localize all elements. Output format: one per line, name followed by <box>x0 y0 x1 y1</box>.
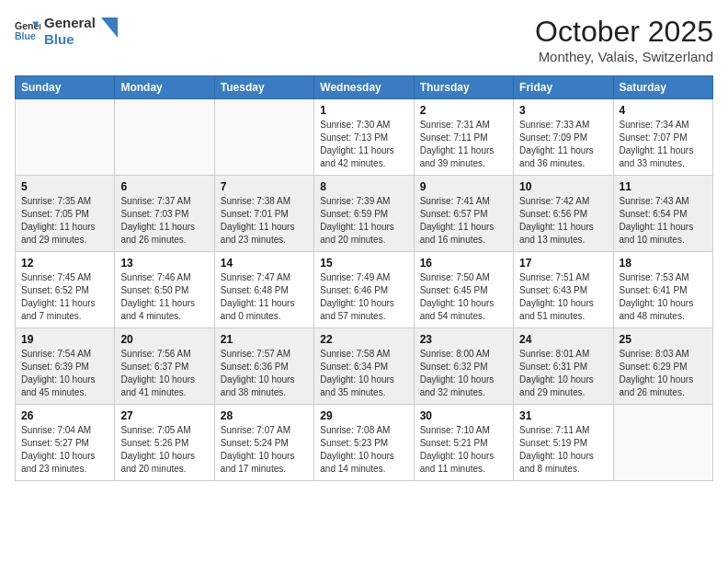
day-number: 12 <box>21 257 108 270</box>
day-info: Sunrise: 7:50 AM Sunset: 6:45 PM Dayligh… <box>420 271 507 323</box>
week-row-3: 12Sunrise: 7:45 AM Sunset: 6:52 PM Dayli… <box>16 252 713 328</box>
calendar-cell: 19Sunrise: 7:54 AM Sunset: 6:39 PM Dayli… <box>16 328 115 405</box>
calendar-cell: 10Sunrise: 7:42 AM Sunset: 6:56 PM Dayli… <box>514 176 613 252</box>
calendar-cell: 31Sunrise: 7:11 AM Sunset: 5:19 PM Dayli… <box>514 405 613 481</box>
day-info: Sunrise: 7:11 AM Sunset: 5:19 PM Dayligh… <box>519 424 607 476</box>
calendar-cell: 23Sunrise: 8:00 AM Sunset: 6:32 PM Dayli… <box>414 328 513 405</box>
day-info: Sunrise: 7:58 AM Sunset: 6:34 PM Dayligh… <box>320 348 407 399</box>
calendar-cell: 28Sunrise: 7:07 AM Sunset: 5:24 PM Dayli… <box>214 405 313 481</box>
calendar-cell: 29Sunrise: 7:08 AM Sunset: 5:23 PM Dayli… <box>314 405 414 481</box>
day-number: 7 <box>221 180 308 193</box>
svg-marker-3 <box>101 17 118 38</box>
day-number: 9 <box>420 180 507 193</box>
day-number: 6 <box>120 180 208 193</box>
logo-chevron <box>101 17 118 38</box>
day-number: 27 <box>120 409 208 422</box>
calendar-cell: 15Sunrise: 7:49 AM Sunset: 6:46 PM Dayli… <box>314 252 414 328</box>
weekday-header-monday: Monday <box>115 76 214 99</box>
week-row-4: 19Sunrise: 7:54 AM Sunset: 6:39 PM Dayli… <box>16 328 713 405</box>
location-title: Monthey, Valais, Switzerland <box>535 49 713 64</box>
day-info: Sunrise: 7:39 AM Sunset: 6:59 PM Dayligh… <box>320 195 407 247</box>
day-info: Sunrise: 7:37 AM Sunset: 7:03 PM Dayligh… <box>120 195 208 247</box>
day-info: Sunrise: 7:42 AM Sunset: 6:56 PM Dayligh… <box>519 195 607 247</box>
calendar-cell: 21Sunrise: 7:57 AM Sunset: 6:36 PM Dayli… <box>214 328 313 405</box>
day-info: Sunrise: 8:00 AM Sunset: 6:32 PM Dayligh… <box>420 348 507 399</box>
day-number: 2 <box>420 104 507 117</box>
day-number: 13 <box>120 257 208 270</box>
day-number: 21 <box>221 333 308 346</box>
day-number: 17 <box>519 257 607 270</box>
weekday-header-wednesday: Wednesday <box>314 76 414 99</box>
calendar-cell <box>613 405 712 481</box>
day-number: 16 <box>420 257 507 270</box>
day-info: Sunrise: 7:35 AM Sunset: 7:05 PM Dayligh… <box>21 195 108 247</box>
weekday-header-saturday: Saturday <box>613 76 712 99</box>
day-info: Sunrise: 7:49 AM Sunset: 6:46 PM Dayligh… <box>320 271 407 323</box>
day-number: 23 <box>420 333 507 346</box>
day-number: 24 <box>519 333 607 346</box>
calendar-cell <box>115 99 214 176</box>
day-number: 18 <box>620 257 707 270</box>
calendar-cell: 1Sunrise: 7:30 AM Sunset: 7:13 PM Daylig… <box>314 99 414 176</box>
day-info: Sunrise: 7:30 AM Sunset: 7:13 PM Dayligh… <box>320 119 407 170</box>
calendar-cell: 16Sunrise: 7:50 AM Sunset: 6:45 PM Dayli… <box>414 252 513 328</box>
weekday-header-sunday: Sunday <box>16 76 115 99</box>
logo-icon: General Blue <box>15 18 40 44</box>
calendar-cell: 20Sunrise: 7:56 AM Sunset: 6:37 PM Dayli… <box>115 328 214 405</box>
weekday-header-thursday: Thursday <box>414 76 513 99</box>
logo-general: General <box>44 15 96 31</box>
day-info: Sunrise: 7:41 AM Sunset: 6:57 PM Dayligh… <box>420 195 507 247</box>
calendar-table: SundayMondayTuesdayWednesdayThursdayFrid… <box>15 75 713 481</box>
month-title: October 2025 <box>535 15 713 49</box>
calendar-cell <box>214 99 313 176</box>
week-row-2: 5Sunrise: 7:35 AM Sunset: 7:05 PM Daylig… <box>16 176 713 252</box>
day-number: 11 <box>620 180 707 193</box>
logo-blue: Blue <box>44 31 96 48</box>
calendar-cell: 13Sunrise: 7:46 AM Sunset: 6:50 PM Dayli… <box>115 252 214 328</box>
day-number: 4 <box>620 104 707 117</box>
day-info: Sunrise: 7:43 AM Sunset: 6:54 PM Dayligh… <box>620 195 707 247</box>
day-info: Sunrise: 7:45 AM Sunset: 6:52 PM Dayligh… <box>21 271 108 323</box>
calendar-cell: 9Sunrise: 7:41 AM Sunset: 6:57 PM Daylig… <box>414 176 513 252</box>
calendar-cell: 2Sunrise: 7:31 AM Sunset: 7:11 PM Daylig… <box>414 99 513 176</box>
calendar-cell: 26Sunrise: 7:04 AM Sunset: 5:27 PM Dayli… <box>16 405 115 481</box>
weekday-header-tuesday: Tuesday <box>214 76 313 99</box>
day-info: Sunrise: 8:01 AM Sunset: 6:31 PM Dayligh… <box>519 348 607 399</box>
day-number: 3 <box>519 104 607 117</box>
logo: General Blue General Blue <box>15 15 118 48</box>
day-number: 14 <box>221 257 308 270</box>
page-header: General Blue General Blue October 2025 M… <box>15 15 713 64</box>
day-info: Sunrise: 7:04 AM Sunset: 5:27 PM Dayligh… <box>21 424 108 476</box>
calendar-cell: 25Sunrise: 8:03 AM Sunset: 6:29 PM Dayli… <box>613 328 712 405</box>
weekday-header-friday: Friday <box>514 76 613 99</box>
day-number: 19 <box>21 333 108 346</box>
title-block: October 2025 Monthey, Valais, Switzerlan… <box>535 15 713 64</box>
day-info: Sunrise: 7:08 AM Sunset: 5:23 PM Dayligh… <box>320 424 407 476</box>
calendar-cell <box>16 99 115 176</box>
day-number: 5 <box>21 180 108 193</box>
calendar-cell: 6Sunrise: 7:37 AM Sunset: 7:03 PM Daylig… <box>115 176 214 252</box>
calendar-cell: 22Sunrise: 7:58 AM Sunset: 6:34 PM Dayli… <box>314 328 414 405</box>
calendar-cell: 11Sunrise: 7:43 AM Sunset: 6:54 PM Dayli… <box>613 176 712 252</box>
day-info: Sunrise: 7:33 AM Sunset: 7:09 PM Dayligh… <box>519 119 607 170</box>
calendar-cell: 17Sunrise: 7:51 AM Sunset: 6:43 PM Dayli… <box>514 252 613 328</box>
day-info: Sunrise: 7:51 AM Sunset: 6:43 PM Dayligh… <box>519 271 607 323</box>
day-number: 15 <box>320 257 407 270</box>
calendar-cell: 3Sunrise: 7:33 AM Sunset: 7:09 PM Daylig… <box>514 99 613 176</box>
svg-text:Blue: Blue <box>15 30 36 41</box>
day-info: Sunrise: 7:34 AM Sunset: 7:07 PM Dayligh… <box>620 119 707 170</box>
day-info: Sunrise: 7:07 AM Sunset: 5:24 PM Dayligh… <box>221 424 308 476</box>
day-info: Sunrise: 7:54 AM Sunset: 6:39 PM Dayligh… <box>21 348 108 399</box>
day-info: Sunrise: 7:46 AM Sunset: 6:50 PM Dayligh… <box>120 271 208 323</box>
day-number: 30 <box>420 409 507 422</box>
calendar-cell: 27Sunrise: 7:05 AM Sunset: 5:26 PM Dayli… <box>115 405 214 481</box>
day-info: Sunrise: 7:47 AM Sunset: 6:48 PM Dayligh… <box>221 271 308 323</box>
day-info: Sunrise: 7:05 AM Sunset: 5:26 PM Dayligh… <box>120 424 208 476</box>
day-info: Sunrise: 8:03 AM Sunset: 6:29 PM Dayligh… <box>620 348 707 399</box>
day-number: 26 <box>21 409 108 422</box>
week-row-1: 1Sunrise: 7:30 AM Sunset: 7:13 PM Daylig… <box>16 99 713 176</box>
day-number: 8 <box>320 180 407 193</box>
day-info: Sunrise: 7:57 AM Sunset: 6:36 PM Dayligh… <box>221 348 308 399</box>
calendar-cell: 12Sunrise: 7:45 AM Sunset: 6:52 PM Dayli… <box>16 252 115 328</box>
weekday-header-row: SundayMondayTuesdayWednesdayThursdayFrid… <box>16 76 713 99</box>
